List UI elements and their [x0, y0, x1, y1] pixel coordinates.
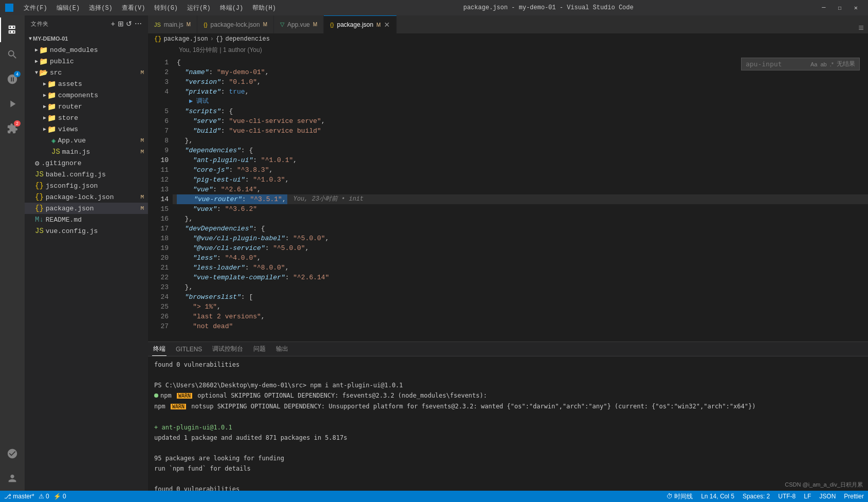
tab-main-js[interactable]: JS main.js M — [148, 15, 197, 33]
ln-7: 7 — [148, 126, 169, 136]
tree-item-src[interactable]: ▼ 📂 src M — [25, 67, 148, 78]
whole-word-icon[interactable]: ab — [820, 61, 826, 67]
panel-tab-gitlens[interactable]: GITLENS — [175, 344, 203, 355]
tree-item-main-js[interactable]: JS main.js M — [25, 146, 148, 157]
ln-20: 20 — [148, 253, 169, 263]
panel-area: 终端 GITLENS 调试控制台 问题 输出 found 0 vulnerabi… — [148, 342, 868, 491]
tree-item-node-modules[interactable]: ▶ 📁 node_modules — [25, 44, 148, 56]
tree-label-node-modules: node_modules — [50, 46, 98, 54]
tree-item-package-json[interactable]: {} package.json M — [25, 203, 148, 214]
code-line-4-fold[interactable]: ▶ 调试 — [173, 97, 868, 106]
tree-label-babel: babel.config.js — [46, 171, 106, 178]
code-line-26: "last 2 versions", — [173, 312, 868, 321]
match-case-icon[interactable]: Aa — [810, 61, 817, 67]
titlebar-controls[interactable]: ─ ☐ ✕ — [817, 3, 863, 13]
tree-item-components[interactable]: ▶ 📁 components — [25, 89, 148, 101]
minimize-button[interactable]: ─ — [817, 3, 830, 13]
tree-item-vue-config[interactable]: JS vue.config.js — [25, 225, 148, 237]
tree-item-readme[interactable]: M↓ README.md — [25, 214, 148, 225]
extensions-badge: 2 — [14, 120, 21, 127]
terminal-line-4: npm WARN notsup SKIPPING OPTIONAL DEPEND… — [154, 401, 862, 412]
tree-item-assets[interactable]: ▶ 📁 assets — [25, 78, 148, 89]
tab-package-lock[interactable]: {} package-lock.json M — [197, 15, 274, 33]
breadcrumb-filename: package.json — [163, 35, 208, 43]
status-warnings[interactable]: ⚡ 0 — [53, 493, 66, 500]
tab-package-json[interactable]: {} package.json M ✕ — [324, 15, 396, 33]
tab-modified-package-lock: M — [263, 22, 267, 27]
collapse-all-icon[interactable]: ⋯ — [135, 20, 142, 28]
tree-item-gitignore[interactable]: ⚙ .gitignore — [25, 157, 148, 169]
menu-item[interactable]: 编辑(E) — [52, 3, 84, 13]
regex-icon[interactable]: .* — [830, 61, 834, 67]
tab-modified-app-vue: M — [313, 22, 317, 27]
activity-run[interactable] — [0, 92, 25, 116]
status-encoding[interactable]: UTF-8 — [778, 493, 796, 500]
panel-tab-debug[interactable]: 调试控制台 — [211, 343, 244, 355]
maximize-button[interactable]: ☐ — [833, 3, 847, 13]
activity-git[interactable]: 4 — [0, 67, 25, 92]
status-prettier[interactable]: Prettier — [844, 493, 864, 500]
activity-search[interactable] — [0, 42, 25, 67]
new-folder-icon[interactable]: ⊞ — [118, 20, 124, 28]
menu-item[interactable]: 转到(G) — [150, 3, 182, 13]
code-line-13: "vue": "^2.6.14", — [173, 185, 868, 194]
panel-tab-problems[interactable]: 问题 — [252, 343, 267, 355]
menu-item[interactable]: 帮助(H) — [248, 3, 280, 13]
titlebar: 文件(F)编辑(E)选择(S)查看(V)转到(G)运行(R)终端(J)帮助(H)… — [0, 0, 868, 15]
git-inline-hint: You, 23小时前 • init — [293, 194, 364, 204]
file-icon-gitignore: ⚙ — [35, 159, 39, 168]
tree-label-assets: assets — [58, 80, 82, 88]
status-timeline[interactable]: ⏱ 时间线 — [667, 492, 693, 501]
menu-item[interactable]: 查看(V) — [118, 3, 150, 13]
code-line-6: "serve": "vue-cli-service serve", — [173, 116, 868, 126]
activity-explorer[interactable] — [0, 17, 25, 42]
code-line-7: "build": "vue-cli-service build" — [173, 126, 868, 136]
status-errors[interactable]: ⚠ 0 — [39, 493, 49, 500]
menu-item[interactable]: 运行(R) — [183, 3, 215, 13]
menu-item[interactable]: 文件(F) — [20, 3, 51, 13]
main-js-badge: M — [140, 149, 144, 155]
code-line-9: "dependencies": { — [173, 146, 868, 155]
tree-item-store[interactable]: ▶ 📁 store — [25, 112, 148, 123]
tree-item-babel[interactable]: JS babel.config.js — [25, 169, 148, 180]
panel-tab-terminal[interactable]: 终端 — [152, 343, 167, 356]
terminal-line-2: PS C:\Users\28602\Desktop\my-demo-01\src… — [154, 380, 862, 390]
ln-15: 15 — [148, 204, 169, 214]
refresh-icon[interactable]: ↺ — [126, 20, 133, 28]
tab-label-main-js: main.js — [164, 21, 183, 28]
menu-item[interactable]: 选择(S) — [85, 3, 117, 13]
tree-item-views[interactable]: ▶ 📁 views — [25, 123, 148, 135]
tree-item-jsconfig[interactable]: {} jsconfig.json — [25, 180, 148, 191]
code-line-8: }, — [173, 136, 868, 146]
tree-root[interactable]: ▼ MY-DEMO-01 — [25, 33, 148, 44]
panel-tab-output[interactable]: 输出 — [275, 343, 289, 355]
activity-extensions[interactable]: 2 — [0, 116, 25, 141]
panel-content: found 0 vulnerabilities PS C:\Users\2860… — [148, 356, 868, 491]
status-cursor[interactable]: Ln 14, Col 5 — [701, 493, 734, 500]
tree-label-package-json: package.json — [46, 205, 94, 212]
new-file-icon[interactable]: + — [111, 20, 116, 28]
tree-label-readme: README.md — [46, 216, 82, 224]
tree-item-package-lock[interactable]: {} package-lock.json M — [25, 191, 148, 203]
code-line-22: "vue-template-compiler": "^2.6.14" — [173, 273, 868, 282]
menu-item[interactable]: 终端(J) — [216, 3, 248, 13]
tab-close-package-json[interactable]: ✕ — [384, 21, 390, 29]
editor-area: JS main.js M {} package-lock.json M ▽ Ap… — [148, 15, 868, 491]
tree-item-router[interactable]: ▶ 📁 router — [25, 101, 148, 112]
status-eol[interactable]: LF — [804, 493, 811, 500]
tab-app-vue[interactable]: ▽ App.vue M — [274, 15, 324, 33]
code-content: { "name": "my-demo-01", "version": "0.1.… — [173, 56, 868, 342]
tree-item-app-vue[interactable]: ◈ App.vue M — [25, 135, 148, 146]
activity-remote[interactable] — [0, 441, 25, 466]
status-git-branch[interactable]: ⎇ master* — [4, 493, 34, 500]
status-spaces[interactable]: Spaces: 2 — [743, 493, 770, 500]
activity-account[interactable] — [0, 466, 25, 491]
sidebar-header-icons[interactable]: + ⊞ ↺ ⋯ — [111, 20, 142, 28]
search-input[interactable] — [746, 60, 807, 68]
search-bar[interactable]: Aa ab .* 无结果 — [741, 58, 860, 70]
code-line-11: "core-js": "^3.8.3", — [173, 165, 868, 175]
code-line-15: "vuex": "^3.6.2" — [173, 204, 868, 214]
tree-item-public[interactable]: ▶ 📁 public — [25, 56, 148, 67]
status-language[interactable]: JSON — [819, 493, 836, 500]
close-button[interactable]: ✕ — [849, 3, 863, 13]
